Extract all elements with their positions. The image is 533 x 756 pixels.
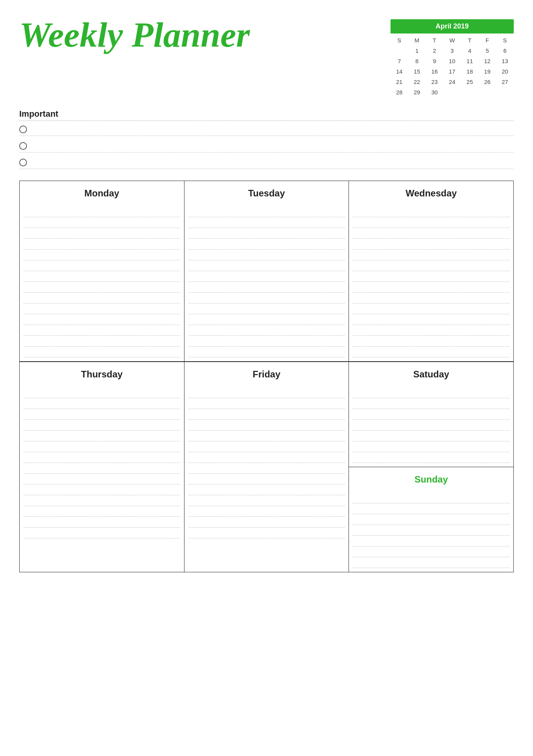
- cal-day: 30: [426, 87, 443, 97]
- important-item-1: [19, 126, 514, 136]
- day-line: [188, 217, 345, 228]
- saturday-sunday-cell: Satuday Sunday: [349, 362, 514, 572]
- circle-checkbox-3[interactable]: [19, 159, 27, 166]
- day-line: [23, 495, 180, 506]
- day-line: [353, 217, 510, 228]
- day-line: [188, 271, 345, 282]
- day-line: [188, 398, 345, 409]
- cal-day: 5: [479, 45, 496, 56]
- day-line: [353, 228, 510, 239]
- tuesday-lines: [184, 204, 349, 361]
- day-line: [188, 206, 345, 217]
- cal-day: 28: [391, 87, 408, 97]
- day-line: [353, 387, 510, 398]
- weekly-grid-row2: Thursday Friday Satuday Sunday: [19, 362, 514, 572]
- cal-day-header: T: [461, 35, 479, 45]
- day-line: [23, 474, 180, 484]
- cal-day: 22: [408, 77, 426, 87]
- important-section: Important: [19, 109, 514, 169]
- cal-day: 15: [408, 66, 426, 77]
- day-line: [353, 260, 510, 271]
- day-line: [353, 239, 510, 250]
- day-line: [353, 293, 510, 303]
- tuesday-header: Tuesday: [184, 181, 349, 204]
- cal-day: 21: [391, 77, 408, 87]
- day-line: [353, 336, 510, 347]
- cal-day: 20: [496, 66, 514, 77]
- day-line: [23, 271, 180, 282]
- friday-cell: Friday: [184, 362, 349, 572]
- day-line: [23, 484, 180, 495]
- important-item-3: [19, 159, 514, 169]
- day-line: [23, 239, 180, 250]
- day-line: [23, 452, 180, 463]
- day-line: [188, 347, 345, 357]
- cal-day: 23: [426, 77, 443, 87]
- day-line: [353, 493, 510, 503]
- cal-day: 1: [408, 45, 426, 56]
- sunday-lines: [349, 490, 513, 572]
- day-line: [353, 441, 510, 452]
- mini-calendar: April 2019 SMTWTFS 123456789101112131415…: [391, 19, 514, 97]
- wednesday-lines: [349, 204, 513, 361]
- day-line: [23, 206, 180, 217]
- cal-day: 3: [443, 45, 461, 56]
- saturday-lines: [349, 385, 513, 467]
- day-line: [188, 293, 345, 303]
- day-line: [23, 303, 180, 314]
- thursday-cell: Thursday: [20, 362, 184, 572]
- cal-day: [496, 87, 514, 97]
- cal-day: 24: [443, 77, 461, 87]
- day-line: [188, 336, 345, 347]
- day-line: [188, 250, 345, 260]
- day-line: [23, 409, 180, 420]
- cal-day-header: S: [391, 35, 408, 45]
- day-line: [353, 314, 510, 325]
- day-line: [188, 506, 345, 517]
- wednesday-header: Wednesday: [349, 181, 513, 204]
- circle-checkbox-1[interactable]: [19, 126, 27, 133]
- monday-header: Monday: [20, 181, 184, 204]
- wednesday-cell: Wednesday: [349, 181, 514, 362]
- day-line: [353, 325, 510, 336]
- day-line: [353, 514, 510, 525]
- important-line-2: [19, 152, 514, 153]
- day-line: [188, 484, 345, 495]
- cal-day-header: M: [408, 35, 426, 45]
- saturday-part: Satuday: [349, 362, 513, 467]
- page-title: Weekly Planner: [19, 15, 250, 54]
- day-line: [188, 528, 345, 538]
- calendar-month-year: April 2019: [391, 19, 514, 34]
- day-line: [23, 431, 180, 441]
- cal-day: [479, 87, 496, 97]
- cal-day-header: T: [426, 35, 443, 45]
- day-line: [188, 441, 345, 452]
- cal-day: 12: [479, 56, 496, 66]
- thursday-header: Thursday: [20, 362, 184, 385]
- circle-checkbox-2[interactable]: [19, 142, 27, 150]
- day-line: [23, 528, 180, 538]
- important-title: Important: [19, 109, 514, 121]
- cal-day: [461, 87, 479, 97]
- day-line: [23, 228, 180, 239]
- day-line: [23, 325, 180, 336]
- day-line: [23, 217, 180, 228]
- day-line: [188, 282, 345, 293]
- day-line: [23, 387, 180, 398]
- day-line: [23, 250, 180, 260]
- day-line: [353, 398, 510, 409]
- cal-day-header: F: [479, 35, 496, 45]
- cal-day: 18: [461, 66, 479, 77]
- day-line: [23, 441, 180, 452]
- day-line: [188, 239, 345, 250]
- day-line: [353, 431, 510, 441]
- day-line: [188, 260, 345, 271]
- day-line: [188, 452, 345, 463]
- cal-day-header: S: [496, 35, 514, 45]
- day-line: [188, 325, 345, 336]
- cal-day: 19: [479, 66, 496, 77]
- cal-day: 17: [443, 66, 461, 77]
- sunday-part: Sunday: [349, 467, 513, 572]
- day-line: [353, 536, 510, 546]
- day-line: [188, 314, 345, 325]
